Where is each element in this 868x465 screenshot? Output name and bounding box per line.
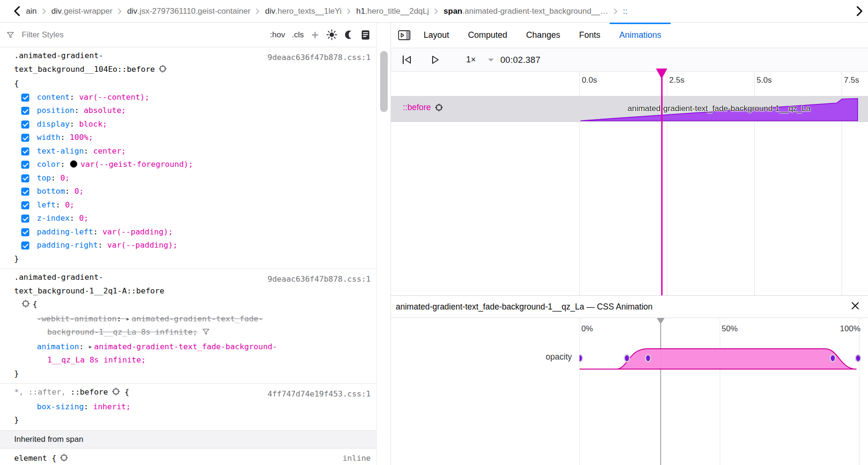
declaration-value[interactable]: 0; — [65, 200, 75, 209]
css-declaration[interactable]: color: var(--geist-foreground); — [0, 158, 376, 172]
css-declaration[interactable]: position: absolute; — [0, 104, 376, 118]
rewind-icon[interactable] — [401, 54, 414, 66]
pseudo-class-panel-toggle[interactable]: :hov — [270, 30, 285, 40]
keyframes-graph[interactable] — [579, 342, 868, 408]
track-node-label[interactable]: ::before — [403, 103, 431, 112]
highlight-target-icon[interactable] — [435, 103, 443, 112]
declaration-property[interactable]: padding-left — [37, 227, 93, 236]
keyframe-marker[interactable] — [856, 355, 861, 362]
light-theme-sun-icon[interactable] — [326, 29, 337, 40]
overridden-filter-icon[interactable] — [202, 327, 210, 340]
stylesheet-source-link[interactable]: 9deaac636f47b878.css:1 — [267, 273, 371, 286]
declaration-value[interactable]: block; — [79, 120, 107, 129]
css-declaration[interactable]: left: 0; — [0, 198, 376, 212]
expand-shorthand-icon[interactable]: ▶ — [89, 340, 92, 354]
css-declaration[interactable]: z-index: 0; — [0, 212, 376, 225]
declaration-value[interactable]: 1__qz_La 8s infinite; — [47, 355, 146, 364]
breadcrumb-item[interactable]: span.animated-gradient-text_background__… — [443, 7, 608, 16]
breadcrumb-item[interactable]: ain — [26, 7, 37, 16]
css-declaration[interactable]: padding-left: var(--padding); — [0, 225, 376, 239]
css-declaration[interactable]: -webkit-animation: ▶animated-gradient-te… — [0, 312, 376, 326]
breadcrumb-item[interactable]: :: — [623, 7, 627, 16]
keyframe-marker[interactable] — [646, 355, 651, 362]
declaration-property[interactable]: top — [37, 173, 51, 182]
declaration-property[interactable]: bottom — [37, 187, 65, 196]
declaration-property[interactable]: color — [37, 160, 60, 169]
close-icon[interactable] — [851, 301, 860, 312]
declaration-property[interactable]: text-align — [37, 146, 84, 155]
stylesheet-source-link[interactable]: 9deaac636f47b878.css:1 — [267, 51, 371, 65]
declaration-property[interactable]: -webkit-animation — [37, 314, 117, 323]
declaration-checkbox[interactable] — [21, 228, 29, 236]
css-declaration[interactable]: text-align: center; — [0, 145, 376, 158]
declaration-value[interactable]: 0; — [74, 187, 84, 196]
highlight-target-icon[interactable] — [22, 299, 30, 312]
css-declaration[interactable]: top: 0; — [0, 172, 376, 185]
tab-animations[interactable]: Animations — [610, 23, 671, 48]
declaration-property[interactable]: left — [37, 200, 56, 209]
playback-rate-selector[interactable]: 1× — [466, 55, 476, 65]
highlight-target-icon[interactable] — [112, 387, 120, 400]
css-declaration[interactable]: background-1__qz_La 8s infinite; — [0, 326, 376, 340]
back-chevron-icon[interactable] — [13, 6, 20, 17]
keyframe-marker[interactable] — [579, 355, 583, 362]
breadcrumb-item[interactable]: div.geist-wrapper — [51, 7, 112, 16]
declaration-checkbox[interactable] — [21, 161, 29, 169]
declaration-value[interactable]: center; — [93, 146, 126, 155]
declaration-checkbox[interactable] — [21, 188, 29, 196]
rule-selector[interactable]: text_background-1__2q1-A::before — [0, 284, 376, 298]
declaration-property[interactable]: animation — [37, 342, 79, 351]
breadcrumb-item[interactable]: div.hero_texts__1leYi — [265, 7, 341, 16]
declaration-value[interactable]: 0; — [79, 214, 88, 223]
declaration-property[interactable]: position — [37, 106, 74, 115]
declaration-value[interactable]: var(--padding); — [102, 227, 173, 236]
declaration-property[interactable]: content — [37, 93, 70, 102]
class-panel-toggle[interactable]: .cls — [292, 30, 304, 40]
declaration-property[interactable]: width — [37, 133, 60, 142]
declaration-value[interactable]: var(--content); — [79, 93, 149, 102]
declaration-checkbox[interactable] — [21, 121, 29, 129]
declaration-value[interactable]: 0; — [60, 173, 70, 182]
declaration-property[interactable]: display — [37, 120, 70, 129]
tab-computed[interactable]: Computed — [459, 23, 517, 48]
declaration-checkbox[interactable] — [21, 201, 29, 209]
css-declaration[interactable]: display: block; — [0, 118, 376, 131]
styles-scrollbar[interactable] — [380, 51, 388, 112]
declaration-checkbox[interactable] — [21, 174, 29, 182]
declaration-value[interactable]: var(--geist-foreground); — [81, 160, 193, 169]
declaration-value[interactable]: animated-gradient-text_fade-background- — [94, 342, 277, 351]
add-rule-plus-icon[interactable]: + — [311, 30, 319, 40]
css-declaration[interactable]: content: var(--content); — [0, 91, 376, 104]
declaration-checkbox[interactable] — [21, 94, 29, 102]
declaration-property[interactable]: box-sizing — [37, 402, 84, 411]
css-declaration[interactable]: animation: ▶animated-gradient-text_fade-… — [0, 340, 376, 354]
declaration-value[interactable]: background-1__qz_La 8s infinite; — [47, 327, 197, 336]
play-icon[interactable] — [429, 54, 441, 66]
declaration-value[interactable]: 100%; — [70, 133, 94, 142]
breadcrumb-item[interactable]: h1.hero_title__2dqLj — [356, 7, 429, 16]
forward-chevron-icon[interactable] — [856, 6, 863, 17]
keyframe-marker[interactable] — [830, 355, 835, 362]
stylesheet-source-link[interactable]: 4ff747d74e19f453.css:1 — [267, 388, 371, 401]
dark-theme-moon-icon[interactable] — [344, 29, 355, 40]
css-declaration[interactable]: padding-right: var(--padding); — [0, 239, 376, 252]
declaration-value[interactable]: animated-gradient-text_fade- — [132, 314, 263, 323]
declaration-checkbox[interactable] — [21, 147, 29, 155]
highlight-target-icon[interactable] — [159, 64, 167, 78]
css-declaration[interactable]: bottom: 0; — [0, 185, 376, 198]
declaration-checkbox[interactable] — [21, 241, 29, 250]
tab-fonts[interactable]: Fonts — [570, 23, 610, 48]
tab-layout[interactable]: Layout — [414, 23, 459, 48]
dropdown-caret-icon[interactable] — [487, 58, 494, 62]
tab-changes[interactable]: Changes — [517, 23, 570, 48]
element-rule-selector[interactable]: element { — [14, 454, 56, 463]
filter-styles-input[interactable] — [21, 30, 264, 40]
declaration-checkbox[interactable] — [21, 134, 29, 142]
keyframe-marker[interactable] — [624, 355, 630, 362]
print-simulation-icon[interactable] — [361, 30, 370, 40]
rule-selector[interactable]: text_background__104Eo::before — [0, 63, 376, 78]
animation-track-row[interactable]: ::before animated-gradient-text_fade-bac… — [391, 96, 868, 122]
color-swatch[interactable] — [70, 160, 77, 168]
declaration-property[interactable]: z-index — [37, 214, 70, 223]
breadcrumb-item[interactable]: div.jsx-2797361110.geist-container — [127, 7, 250, 16]
